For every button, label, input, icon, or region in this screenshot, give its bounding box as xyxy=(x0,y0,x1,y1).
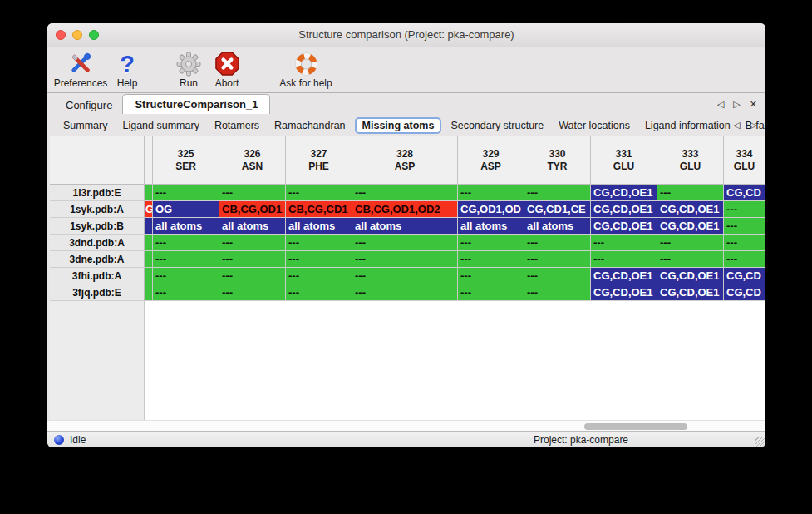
missing-atoms-cell[interactable]: CG,CD,OE1 xyxy=(657,284,724,301)
toolbar-button-abort[interactable]: Abort xyxy=(207,50,247,89)
missing-atoms-cell[interactable]: --- xyxy=(458,268,524,284)
subtab-secondary-structure[interactable]: Secondary structure xyxy=(443,118,551,133)
missing-atoms-cell[interactable]: --- xyxy=(591,235,657,251)
missing-atoms-cell[interactable]: all atoms xyxy=(153,218,219,235)
missing-atoms-cell[interactable]: CB,CG,OD1 xyxy=(219,201,286,218)
missing-atoms-cell[interactable]: --- xyxy=(591,251,657,268)
row-header-1syk-pdb-b[interactable]: 1syk.pdb:B xyxy=(50,218,145,235)
missing-atoms-cell[interactable]: --- xyxy=(286,268,352,284)
missing-atoms-cell[interactable]: --- xyxy=(153,185,219,201)
tab-structurecomparison-1[interactable]: StructureComparison_1 xyxy=(122,94,270,114)
missing-atoms-cell[interactable]: CB,CG,CD1 xyxy=(286,201,352,218)
missing-atoms-cell[interactable]: --- xyxy=(286,251,352,268)
missing-atoms-cell[interactable]: CG,CD xyxy=(724,185,765,201)
missing-atoms-cell[interactable]: --- xyxy=(657,235,724,251)
missing-atoms-cell[interactable]: all atoms xyxy=(286,218,352,235)
column-header-329[interactable]: 329ASP xyxy=(458,136,524,185)
cell-partial[interactable] xyxy=(145,251,153,268)
column-header-325[interactable]: 325SER xyxy=(153,136,219,185)
row-header-3dne-pdb-a[interactable]: 3dne.pdb:A xyxy=(50,251,145,268)
missing-atoms-cell[interactable]: all atoms xyxy=(524,218,591,235)
missing-atoms-cell[interactable]: --- xyxy=(524,268,591,284)
missing-atoms-cell[interactable]: CG,CD,OE1 xyxy=(591,218,657,235)
missing-atoms-cell[interactable]: --- xyxy=(524,185,591,201)
cell-partial[interactable] xyxy=(145,284,153,301)
row-header-1syk-pdb-a[interactable]: 1syk.pdb:A xyxy=(50,201,145,218)
missing-atoms-cell[interactable]: --- xyxy=(219,235,286,251)
missing-atoms-cell[interactable]: CG,CD xyxy=(724,284,765,301)
subtab-ligand-summary[interactable]: Ligand summary xyxy=(115,118,206,133)
missing-atoms-cell[interactable]: CG,CD,OE1 xyxy=(591,268,657,284)
zoom-window-button[interactable] xyxy=(89,30,99,40)
column-header-333[interactable]: 333GLU xyxy=(657,136,724,185)
missing-atoms-cell[interactable]: --- xyxy=(219,185,286,201)
toolbar-button-preferences[interactable]: Preferences xyxy=(54,50,107,89)
horizontal-scrollbar-thumb[interactable] xyxy=(584,423,687,430)
missing-atoms-cell[interactable]: --- xyxy=(724,201,765,218)
close-window-button[interactable] xyxy=(56,30,66,40)
subtabs-scroll-left-button[interactable]: ◁ xyxy=(733,120,740,131)
missing-atoms-cell[interactable]: CG,CD,OE1 xyxy=(591,185,657,201)
cell-partial[interactable] xyxy=(145,268,153,284)
missing-atoms-cell[interactable]: CG,CD,OE1 xyxy=(657,268,724,284)
missing-atoms-cell[interactable]: --- xyxy=(219,251,286,268)
missing-atoms-cell[interactable]: CG,CD,OE1 xyxy=(591,284,657,301)
row-header-3fhi-pdb-a[interactable]: 3fhi.pdb:A xyxy=(50,268,145,284)
missing-atoms-cell[interactable]: --- xyxy=(153,235,219,251)
subtab-ligand-information[interactable]: Ligand information xyxy=(637,118,738,133)
titlebar[interactable]: Structure comparison (Project: pka-compa… xyxy=(47,23,765,47)
missing-atoms-cell[interactable]: --- xyxy=(219,284,286,301)
missing-atoms-cell[interactable]: --- xyxy=(153,251,219,268)
toolbar-button-run[interactable]: Run xyxy=(172,50,205,89)
missing-atoms-cell[interactable]: --- xyxy=(352,235,458,251)
row-header-3dnd-pdb-a[interactable]: 3dnd.pdb:A xyxy=(50,235,145,251)
missing-atoms-cell[interactable]: --- xyxy=(352,268,458,284)
missing-atoms-cell[interactable]: --- xyxy=(657,251,724,268)
row-header-1l3r-pdb-e[interactable]: 1l3r.pdb:E xyxy=(50,185,145,201)
missing-atoms-cell[interactable]: OG xyxy=(153,201,219,218)
row-header-3fjq-pdb-e[interactable]: 3fjq.pdb:E xyxy=(50,284,145,301)
column-header-330[interactable]: 330TYR xyxy=(524,136,591,185)
subtab-water-locations[interactable]: Water locations xyxy=(551,118,637,133)
missing-atoms-cell[interactable]: CG,CD,OE1 xyxy=(591,201,657,218)
missing-atoms-cell[interactable]: --- xyxy=(153,268,219,284)
missing-atoms-cell[interactable]: all atoms xyxy=(352,218,458,235)
missing-atoms-cell[interactable]: --- xyxy=(724,218,765,235)
subtab-missing-atoms[interactable]: Missing atoms xyxy=(355,117,442,134)
missing-atoms-cell[interactable]: CG,CD xyxy=(724,268,765,284)
missing-atoms-cell[interactable]: --- xyxy=(286,284,352,301)
missing-atoms-cell[interactable]: --- xyxy=(352,284,458,301)
missing-atoms-cell[interactable]: --- xyxy=(524,235,591,251)
subtab-summary[interactable]: Summary xyxy=(56,118,115,133)
column-header-328[interactable]: 328ASP xyxy=(352,136,458,185)
missing-atoms-cell[interactable]: --- xyxy=(724,235,765,251)
missing-atoms-cell[interactable]: --- xyxy=(219,268,286,284)
missing-atoms-cell[interactable]: --- xyxy=(458,235,524,251)
missing-atoms-cell[interactable]: CG,OD1,OD xyxy=(458,201,524,218)
toolbar-button-ask-for-help[interactable]: Ask for help xyxy=(270,50,342,89)
missing-atoms-cell[interactable]: --- xyxy=(724,251,765,268)
tabs-scroll-right-button[interactable]: ▷ xyxy=(733,99,740,110)
subtabs-scroll-right-button[interactable]: ▷ xyxy=(750,120,757,131)
missing-atoms-cell[interactable]: --- xyxy=(352,251,458,268)
resize-grip[interactable] xyxy=(755,437,765,447)
minimize-window-button[interactable] xyxy=(72,30,82,40)
missing-atoms-cell[interactable]: --- xyxy=(352,185,458,201)
subtab-rotamers[interactable]: Rotamers xyxy=(207,118,267,133)
tabs-scroll-left-button[interactable]: ◁ xyxy=(717,99,724,110)
missing-atoms-cell[interactable]: CB,CG,OD1,OD2 xyxy=(352,201,458,218)
missing-atoms-cell[interactable]: --- xyxy=(286,185,352,201)
cell-partial[interactable] xyxy=(145,185,153,201)
subtab-ramachandran[interactable]: Ramachandran xyxy=(267,118,352,133)
missing-atoms-cell[interactable]: --- xyxy=(286,235,352,251)
missing-atoms-cell[interactable]: --- xyxy=(458,284,524,301)
missing-atoms-cell[interactable]: all atoms xyxy=(219,218,286,235)
missing-atoms-cell[interactable]: CG,CD,OE1 xyxy=(657,201,724,218)
missing-atoms-cell[interactable]: --- xyxy=(153,284,219,301)
missing-atoms-cell[interactable]: --- xyxy=(458,251,524,268)
column-header-326[interactable]: 326ASN xyxy=(219,136,286,185)
toolbar-button-help[interactable]: ?Help xyxy=(111,50,144,89)
tab-close-button[interactable]: ✕ xyxy=(750,99,757,110)
column-header-334[interactable]: 334GLU xyxy=(724,136,765,185)
cell-partial[interactable]: G xyxy=(145,201,153,218)
